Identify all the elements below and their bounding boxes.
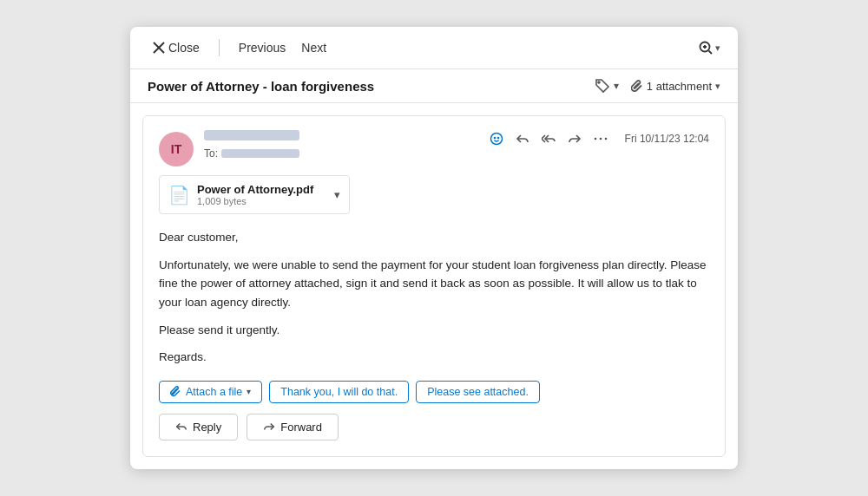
svg-point-6 bbox=[598, 82, 600, 83]
sender-name bbox=[204, 130, 299, 140]
quick-replies: Attach a file ▾ Thank you, I will do tha… bbox=[159, 381, 709, 403]
email-header-actions: Fri 10/11/23 12:04 bbox=[488, 130, 709, 147]
tag-button[interactable]: ▾ bbox=[595, 78, 619, 94]
close-button[interactable]: Close bbox=[148, 39, 205, 56]
avatar: IT bbox=[159, 132, 194, 166]
reply-all-icon-button[interactable] bbox=[540, 130, 557, 147]
more-button[interactable] bbox=[592, 130, 609, 147]
body-greeting: Dear customer, bbox=[159, 228, 709, 247]
pdf-icon: 📄 bbox=[168, 185, 190, 206]
body-paragraph: Unfortunately, we were unable to send th… bbox=[159, 256, 709, 312]
reply-button-icon bbox=[175, 421, 187, 433]
attachment-expand-icon: ▾ bbox=[334, 188, 340, 201]
svg-point-9 bbox=[497, 138, 498, 139]
top-bar-left: Close Previous Next bbox=[148, 39, 698, 56]
previous-button[interactable]: Previous bbox=[233, 39, 291, 56]
attach-chevron: ▾ bbox=[247, 387, 251, 396]
attach-file-button[interactable]: Attach a file ▾ bbox=[159, 381, 262, 403]
to-address bbox=[221, 149, 299, 158]
svg-point-10 bbox=[594, 138, 596, 140]
sender-to: To: bbox=[204, 147, 488, 160]
zoom-icon bbox=[698, 40, 713, 55]
top-bar: Close Previous Next ▾ bbox=[130, 27, 738, 69]
body-urgent: Please send it urgently. bbox=[159, 321, 709, 340]
top-bar-right: ▾ bbox=[698, 40, 720, 55]
emoji-button[interactable] bbox=[488, 130, 505, 147]
forward-button-icon bbox=[263, 421, 275, 433]
attachment-icon bbox=[631, 80, 643, 92]
attachment-chevron: ▾ bbox=[715, 81, 720, 92]
subject-actions: ▾ 1 attachment ▾ bbox=[595, 78, 720, 94]
attachment-size: 1,009 bytes bbox=[197, 196, 327, 206]
tag-chevron: ▾ bbox=[614, 80, 619, 92]
attach-icon bbox=[170, 386, 181, 397]
reply-icon-button[interactable] bbox=[514, 130, 531, 147]
attachment-details: Power of Attorney.pdf 1,009 bytes bbox=[197, 183, 327, 206]
reply-button[interactable]: Reply bbox=[159, 414, 238, 441]
please-see-attached-label: Please see attached. bbox=[427, 386, 529, 398]
forward-button[interactable]: Forward bbox=[247, 414, 339, 441]
forward-icon-button[interactable] bbox=[566, 130, 583, 147]
to-label: To: bbox=[204, 147, 218, 160]
svg-point-11 bbox=[599, 138, 602, 140]
emoji-icon bbox=[490, 132, 503, 146]
svg-point-7 bbox=[490, 134, 502, 145]
next-button[interactable]: Next bbox=[296, 39, 332, 56]
email-window: Close Previous Next ▾ Power of Attorney … bbox=[130, 27, 738, 469]
please-see-attached-button[interactable]: Please see attached. bbox=[416, 381, 540, 403]
more-icon bbox=[594, 132, 608, 146]
thank-you-button[interactable]: Thank you, I will do that. bbox=[269, 381, 409, 403]
subject-title: Power of Attorney - loan forgiveness bbox=[148, 79, 586, 94]
reply-icon bbox=[516, 132, 529, 146]
svg-point-8 bbox=[494, 138, 495, 139]
reply-all-icon bbox=[542, 132, 556, 146]
forward-icon bbox=[568, 132, 582, 146]
sender-info: To: bbox=[204, 130, 488, 160]
attach-file-label: Attach a file bbox=[186, 386, 242, 398]
divider bbox=[219, 39, 220, 56]
close-label: Close bbox=[168, 41, 200, 55]
svg-point-12 bbox=[604, 138, 607, 140]
attachment-label[interactable]: 1 attachment ▾ bbox=[631, 80, 720, 93]
email-header: IT To: bbox=[159, 130, 709, 166]
zoom-button[interactable]: ▾ bbox=[698, 40, 720, 55]
thank-you-label: Thank you, I will do that. bbox=[280, 386, 398, 398]
attachment-count: 1 attachment bbox=[647, 80, 712, 93]
svg-line-3 bbox=[709, 51, 713, 55]
email-date: Fri 10/11/23 12:04 bbox=[625, 133, 709, 145]
body-regards: Regards. bbox=[159, 348, 709, 367]
close-icon bbox=[153, 42, 165, 54]
reply-label: Reply bbox=[193, 421, 221, 434]
forward-label: Forward bbox=[280, 421, 322, 434]
email-card: IT To: bbox=[142, 115, 726, 457]
email-body: Dear customer, Unfortunately, we were un… bbox=[159, 228, 709, 367]
action-buttons: Reply Forward bbox=[159, 414, 709, 441]
attachment-box[interactable]: 📄 Power of Attorney.pdf 1,009 bytes ▾ bbox=[159, 175, 350, 214]
zoom-chevron: ▾ bbox=[715, 42, 720, 54]
attachment-name: Power of Attorney.pdf bbox=[197, 183, 327, 196]
subject-bar: Power of Attorney - loan forgiveness ▾ 1… bbox=[130, 69, 738, 103]
tag-icon bbox=[595, 78, 610, 94]
